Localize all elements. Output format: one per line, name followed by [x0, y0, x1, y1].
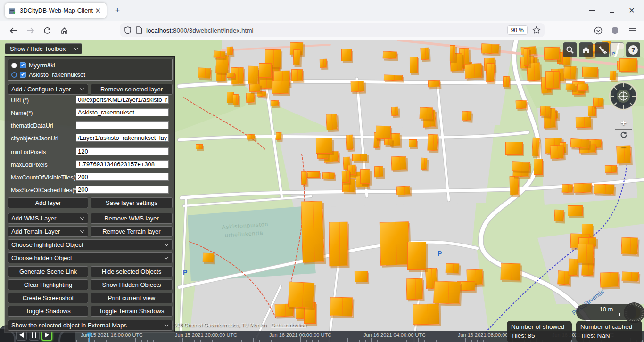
building[interactable]: [374, 166, 384, 177]
help-button[interactable]: ?: [626, 42, 640, 57]
max-lod-pixels-field[interactable]: [76, 160, 169, 168]
choose-highlighted-object-select[interactable]: Choose highlighted Object: [8, 239, 173, 250]
building[interactable]: [486, 63, 495, 82]
building[interactable]: [619, 58, 637, 72]
building[interactable]: [342, 171, 350, 183]
building[interactable]: [577, 84, 587, 91]
building[interactable]: [450, 45, 455, 61]
building[interactable]: [540, 106, 550, 117]
bookmark-star-icon[interactable]: [532, 26, 541, 34]
min-lod-pixels-field[interactable]: [76, 147, 169, 155]
building[interactable]: [462, 111, 472, 121]
building[interactable]: [326, 114, 337, 130]
building[interactable]: [622, 271, 639, 281]
thematic-data-url-field[interactable]: [76, 121, 169, 129]
layer-visible-checkbox[interactable]: [20, 72, 26, 78]
max-size-cached-tiles-field[interactable]: [76, 186, 169, 194]
layer-active-radio[interactable]: [11, 63, 17, 68]
building[interactable]: [505, 142, 523, 155]
building[interactable]: [574, 183, 592, 194]
building[interactable]: [413, 304, 440, 325]
building[interactable]: [384, 75, 403, 81]
zoom-control[interactable]: + −: [614, 118, 633, 152]
create-screenshot-button[interactable]: Create Screenshot: [8, 293, 88, 303]
building[interactable]: [512, 161, 530, 171]
geocoder-search-button[interactable]: [563, 42, 577, 57]
building[interactable]: [561, 184, 573, 193]
building[interactable]: [320, 59, 327, 68]
building[interactable]: [621, 237, 638, 255]
building[interactable]: [503, 76, 509, 87]
extension-shield-icon[interactable]: [608, 24, 621, 37]
building[interactable]: [293, 49, 300, 65]
building[interactable]: [288, 282, 314, 308]
building[interactable]: [420, 47, 429, 60]
choose-hidden-object-select[interactable]: Choose hidden Object: [8, 252, 173, 263]
building[interactable]: [524, 48, 529, 66]
forward-button[interactable]: [24, 24, 37, 37]
building[interactable]: [600, 272, 619, 288]
building[interactable]: [383, 51, 397, 59]
building[interactable]: [352, 154, 367, 161]
building[interactable]: [410, 57, 418, 73]
building[interactable]: [568, 205, 583, 216]
building[interactable]: [594, 184, 615, 194]
building[interactable]: [384, 138, 392, 145]
building[interactable]: [576, 117, 591, 128]
building[interactable]: [246, 92, 254, 103]
building[interactable]: [564, 65, 577, 79]
building[interactable]: [532, 138, 540, 157]
compass-widget[interactable]: [608, 81, 638, 113]
menu-hamburger-icon[interactable]: [626, 24, 639, 37]
building[interactable]: [577, 244, 594, 263]
remove-wms-layer-button[interactable]: Remove WMS layer: [91, 213, 173, 224]
building[interactable]: [544, 47, 560, 59]
building[interactable]: [259, 63, 272, 78]
building[interactable]: [433, 281, 460, 304]
building[interactable]: [351, 81, 365, 92]
clear-highlighting-button[interactable]: Clear Highlighting: [8, 279, 88, 290]
building[interactable]: [550, 145, 564, 159]
external-maps-select[interactable]: Show the selected object in External Map…: [8, 320, 173, 331]
building[interactable]: [421, 158, 427, 170]
building[interactable]: [227, 73, 235, 78]
building[interactable]: [346, 135, 353, 150]
building[interactable]: [605, 165, 617, 173]
toolbox-toggle-button[interactable]: Show / Hide Toolbox: [5, 43, 82, 54]
building[interactable]: [428, 80, 440, 88]
building[interactable]: [196, 144, 203, 149]
building[interactable]: [593, 98, 603, 107]
building[interactable]: [316, 138, 333, 154]
page-zoom-indicator[interactable]: 90 %: [507, 25, 528, 35]
remove-terrain-layer-button[interactable]: Remove Terrain layer: [91, 226, 173, 237]
tab-close-icon[interactable]: ✕: [93, 7, 103, 15]
zoom-in-button[interactable]: +: [614, 118, 633, 128]
print-current-view-button[interactable]: Print current view: [91, 293, 173, 303]
building[interactable]: [198, 67, 211, 78]
add-configure-layer-select[interactable]: Add / Configure Layer: [8, 84, 88, 95]
building[interactable]: [610, 71, 616, 80]
building[interactable]: [427, 134, 438, 151]
url-bar[interactable]: localhost:8000/3dwebclient/index.html 90…: [120, 23, 545, 37]
pocket-icon[interactable]: [592, 24, 605, 37]
building[interactable]: [307, 171, 320, 178]
building[interactable]: [534, 159, 543, 175]
building[interactable]: [341, 49, 352, 61]
building[interactable]: [257, 91, 266, 97]
building[interactable]: [271, 100, 279, 106]
building[interactable]: [391, 156, 406, 170]
building[interactable]: [464, 63, 482, 78]
building[interactable]: [566, 84, 575, 90]
building[interactable]: [276, 132, 282, 140]
url-field[interactable]: [76, 96, 169, 104]
building[interactable]: [588, 106, 596, 116]
building[interactable]: [545, 71, 560, 89]
show-hidden-objects-button[interactable]: Show Hidden Objects: [91, 279, 173, 290]
building[interactable]: [322, 172, 335, 179]
building[interactable]: [391, 107, 398, 116]
window-maximize-button[interactable]: [604, 5, 619, 16]
layer-visible-checkbox[interactable]: [20, 62, 26, 68]
building[interactable]: [227, 46, 233, 55]
layer-active-radio[interactable]: [11, 72, 17, 78]
browser-home-button[interactable]: [58, 24, 71, 37]
